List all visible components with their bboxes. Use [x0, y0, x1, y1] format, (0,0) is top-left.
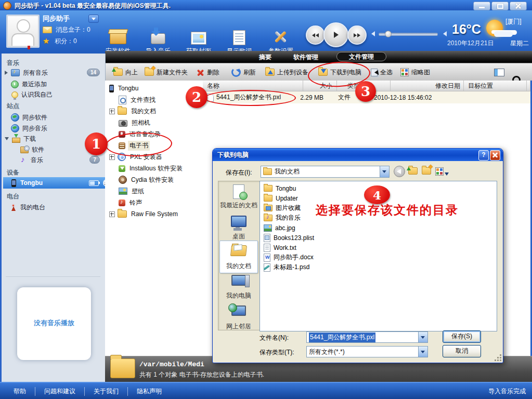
download-to-pc-button[interactable]: 下载到电脑: [318, 67, 361, 77]
tab-summary[interactable]: 摘要: [259, 53, 271, 62]
footer-link-help[interactable]: 帮助: [14, 387, 35, 396]
play-button[interactable]: [323, 22, 348, 47]
image-file-icon: [264, 224, 272, 232]
file-icon: [207, 94, 214, 102]
filetype-combobox[interactable]: 所有文件(*.*): [306, 346, 428, 357]
tree-item-camera[interactable]: 照相机: [119, 118, 152, 127]
globe-icon: [11, 113, 19, 122]
sidebar-item-device-tongbu[interactable]: Tongbu: [3, 177, 113, 189]
file-modified: 2010-12-18 15:46:02: [370, 94, 443, 101]
select-all-button[interactable]: 全选: [371, 67, 393, 77]
sidebar-item-sync-software[interactable]: 同步软件: [11, 113, 47, 122]
tree-item-pxl-installer[interactable]: PXL 安装器: [109, 152, 164, 162]
dialog-file-item[interactable]: 未标题-1.psd: [260, 262, 497, 272]
tab-software-manage[interactable]: 软件管理: [293, 53, 318, 62]
place-recent-documents[interactable]: 我最近的文档: [219, 184, 258, 210]
installous-icon: [119, 165, 125, 172]
close-button[interactable]: [510, 2, 527, 10]
points-row[interactable]: 积分：0: [43, 37, 77, 46]
tree-item-root[interactable]: Tongbu: [109, 84, 140, 93]
refresh-button[interactable]: 刷新: [231, 67, 256, 77]
new-folder-nav-icon[interactable]: [422, 167, 433, 178]
sidebar-item-download-software[interactable]: 软件: [20, 145, 44, 154]
save-button[interactable]: 保存(S): [443, 330, 481, 343]
sidebar-item-recently-added[interactable]: 最近添加: [11, 79, 47, 89]
column-target[interactable]: 目标位置: [464, 81, 527, 91]
place-desktop[interactable]: 桌面: [219, 215, 258, 241]
expand-plus-icon[interactable]: [109, 211, 115, 217]
combo-arrow-icon[interactable]: [418, 347, 427, 357]
views-menu-icon[interactable]: [435, 167, 449, 178]
footer-link-about[interactable]: 关于我们: [84, 387, 127, 396]
dialog-file-item[interactable]: Work.txt: [260, 243, 497, 252]
upload-to-device-button[interactable]: 上传到设备: [265, 67, 308, 77]
tree-item-ebooks[interactable]: 电子书: [119, 141, 150, 150]
next-track-button[interactable]: [347, 25, 367, 45]
filename-value: 5441_周公解梦全书.pxl: [309, 332, 375, 342]
dialog-close-button[interactable]: [490, 150, 500, 161]
dialog-file-item[interactable]: 图片收藏: [260, 203, 497, 213]
expand-arrow-icon[interactable]: [5, 71, 8, 75]
previous-track-button[interactable]: [306, 25, 325, 45]
new-folder-button[interactable]: 新建文件夹: [145, 67, 188, 77]
expand-plus-icon[interactable]: [109, 154, 115, 160]
go-up-button[interactable]: 向上: [113, 67, 138, 77]
tree-item-file-search[interactable]: 文件查找: [119, 95, 157, 104]
collapse-arrow-icon[interactable]: [5, 137, 9, 140]
account-dropdown-button[interactable]: [88, 15, 99, 23]
sidebar-item-all-music[interactable]: 所有音乐: [5, 68, 48, 77]
save-in-combobox[interactable]: 我的文档: [261, 166, 390, 178]
tree-item-installous[interactable]: Installous 软件安装: [119, 164, 184, 173]
download-dialog: 下载到电脑 ? 保存在(I): 我的文档 我最近的文档 桌面 我的文档: [212, 148, 503, 363]
sidebar-item-sync-music[interactable]: 同步音乐: [11, 124, 47, 133]
sidebar-item-know-myself[interactable]: 认识我自己: [11, 90, 53, 99]
column-type[interactable]: 类型: [337, 81, 391, 91]
dialog-help-button[interactable]: ?: [478, 150, 489, 161]
network-places-icon: [231, 305, 246, 316]
tree-item-raw-file-system[interactable]: Raw File System: [109, 209, 179, 219]
back-nav-icon[interactable]: [394, 166, 405, 177]
device-icon: [11, 179, 16, 187]
expand-plus-icon[interactable]: [109, 109, 115, 114]
dialog-file-item[interactable]: abc.jpg: [260, 223, 497, 233]
column-size[interactable]: 大小: [303, 81, 337, 91]
tree-item-voice-memo[interactable]: 语音备忘录: [119, 129, 162, 139]
dialog-file-item[interactable]: Updater: [260, 193, 497, 203]
column-name[interactable]: 名称: [203, 81, 303, 91]
footer-link-feedback[interactable]: 问题和建议: [35, 387, 84, 396]
device-icon: [109, 85, 114, 92]
tree-item-my-documents[interactable]: 我的文档: [109, 107, 158, 116]
tree-item-cydia[interactable]: Cydia 软件安装: [119, 175, 175, 184]
volume-thumb[interactable]: [385, 31, 392, 37]
tree-item-wallpaper[interactable]: 壁纸: [119, 187, 146, 196]
resize-grip[interactable]: [495, 355, 501, 361]
tree-item-ringtones[interactable]: 铃声: [119, 198, 144, 207]
combo-arrow-icon[interactable]: [380, 166, 389, 177]
sidebar-item-download[interactable]: 下载: [5, 134, 36, 143]
footer-link-privacy[interactable]: 隐私声明: [127, 387, 171, 396]
place-network[interactable]: 网上邻居: [219, 304, 258, 331]
dialog-file-item[interactable]: 同步助手.docx: [260, 252, 497, 262]
filename-combobox[interactable]: 5441_周公解梦全书.pxl: [306, 331, 428, 343]
column-modified[interactable]: 修改日期: [391, 81, 464, 91]
message-box-row[interactable]: 消息盒子：0: [43, 25, 90, 34]
section-sites: 站点: [7, 102, 19, 111]
place-my-computer[interactable]: 我的电脑: [219, 274, 258, 300]
file-row[interactable]: 5441_周公解梦全书.pxl 2.29 MB 文件 2010-12-18 15…: [203, 91, 530, 103]
sidebar-item-my-radio[interactable]: 我的电台: [10, 203, 45, 212]
thumbnail-view-button[interactable]: 缩略图: [400, 67, 430, 77]
panel-toggle-icon[interactable]: [494, 69, 504, 76]
place-my-documents[interactable]: 我的文档: [219, 241, 258, 273]
tab-file-manage[interactable]: 文件管理: [336, 52, 386, 61]
dialog-file-item[interactable]: Tongbu: [260, 183, 497, 193]
maximize-button[interactable]: [491, 2, 509, 10]
go-up-icon: [113, 69, 123, 76]
dialog-file-item[interactable]: 我的音乐: [260, 213, 497, 223]
cancel-button[interactable]: 取消: [443, 345, 481, 357]
minimize-button[interactable]: [473, 2, 490, 10]
dialog-file-item[interactable]: Books123.plist: [260, 233, 497, 243]
sidebar-item-download-music[interactable]: 音乐: [20, 155, 43, 165]
delete-button[interactable]: 删除: [197, 67, 219, 77]
combo-arrow-icon[interactable]: [418, 332, 427, 342]
up-folder-icon[interactable]: [408, 167, 420, 178]
